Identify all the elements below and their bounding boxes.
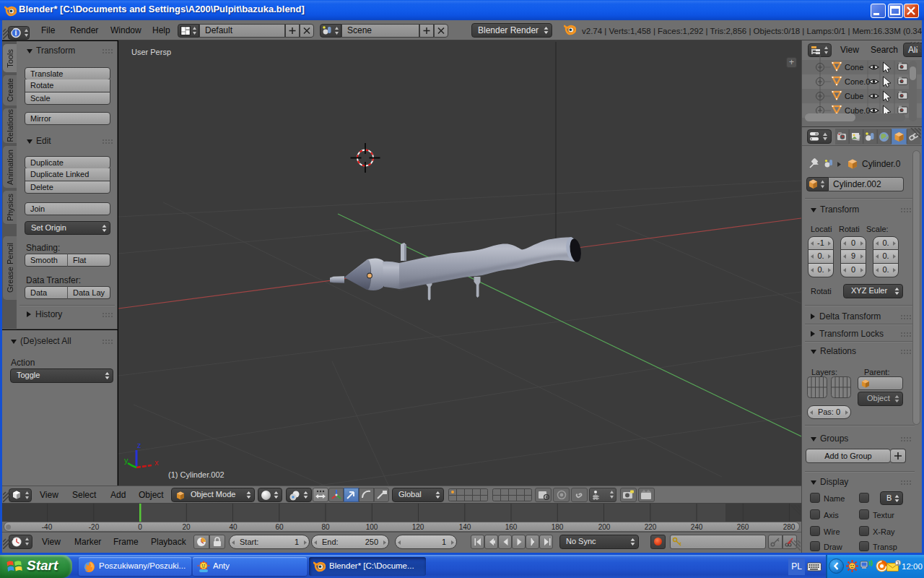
svg-text:120: 120 bbox=[412, 523, 424, 531]
svg-text:Cone.0: Cone.0 bbox=[845, 77, 870, 86]
svg-text:260: 260 bbox=[737, 523, 749, 531]
svg-text:y: y bbox=[124, 456, 128, 465]
svg-text:60: 60 bbox=[275, 523, 284, 531]
svg-text:100: 100 bbox=[366, 523, 378, 531]
svg-text:240: 240 bbox=[691, 523, 703, 531]
svg-text:40: 40 bbox=[229, 523, 237, 531]
svg-text:220: 220 bbox=[645, 523, 657, 531]
svg-text:x: x bbox=[154, 458, 159, 467]
svg-text:3: 3 bbox=[897, 561, 899, 566]
svg-text:280: 280 bbox=[783, 523, 796, 531]
svg-text:-20: -20 bbox=[89, 523, 100, 531]
svg-text:180: 180 bbox=[552, 523, 564, 531]
svg-text:Cylinder.0: Cylinder.0 bbox=[862, 159, 901, 169]
svg-text:i: i bbox=[15, 29, 17, 37]
svg-text:z: z bbox=[137, 441, 141, 449]
svg-text:160: 160 bbox=[505, 523, 518, 531]
svg-text:Cone: Cone bbox=[845, 63, 863, 72]
svg-text:20: 20 bbox=[182, 523, 191, 531]
svg-text:-40: -40 bbox=[42, 523, 53, 531]
svg-text:0: 0 bbox=[138, 523, 142, 531]
svg-text:200: 200 bbox=[598, 523, 611, 531]
svg-text:80: 80 bbox=[321, 523, 330, 531]
svg-text:Cube: Cube bbox=[845, 92, 863, 100]
svg-text:140: 140 bbox=[459, 523, 471, 531]
